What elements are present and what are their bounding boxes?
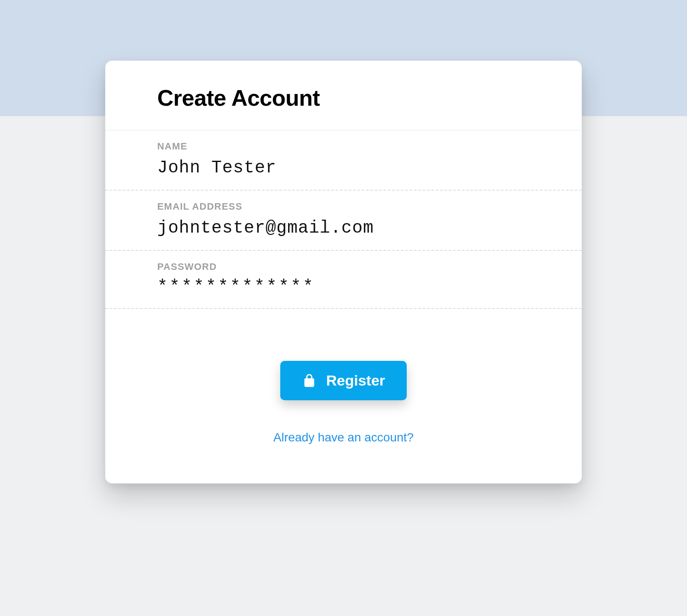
create-account-card: Create Account NAME EMAIL ADDRESS PASSWO… [105,61,582,483]
password-field-label: PASSWORD [157,261,530,272]
password-field-row: PASSWORD ************* [105,251,582,309]
name-field-row: NAME [105,130,582,191]
email-field-row: EMAIL ADDRESS [105,191,582,251]
already-have-account-link[interactable]: Already have an account? [273,431,414,444]
email-field-label: EMAIL ADDRESS [157,201,530,212]
name-field-label: NAME [157,141,530,152]
lock-icon [302,373,317,388]
page-title: Create Account [157,85,530,111]
form-fields: NAME EMAIL ADDRESS PASSWORD ************… [105,130,582,309]
register-button[interactable]: Register [280,361,407,400]
password-input[interactable]: ************* [157,279,530,296]
name-input[interactable] [157,158,530,178]
card-footer: Register Already have an account? [105,309,582,483]
card-header: Create Account [105,61,582,130]
register-button-label: Register [326,372,385,389]
email-input[interactable] [157,218,530,238]
